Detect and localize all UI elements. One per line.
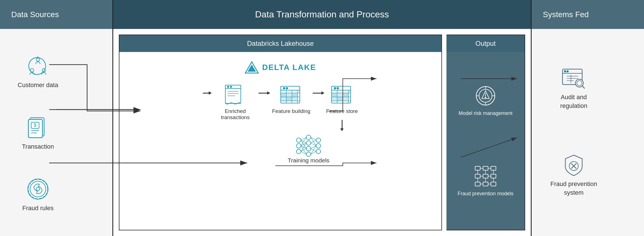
svg-rect-100 [491,182,496,186]
feature-store-label: Feature store [326,108,358,114]
sources-content: Customer data $ Transaction [0,29,112,236]
process-feature-store: Feature store [326,83,358,114]
svg-rect-52 [332,97,337,101]
svg-text:$: $ [34,123,37,128]
dollar-doc-icon: $ [25,115,51,140]
delta-lake-logo: DELTA LAKE [245,60,316,74]
lakehouse-body: DELTA LAKE [119,52,441,230]
source-transaction: $ Transaction [17,115,59,150]
fraud-rules-label: Fraud rules [22,205,53,212]
svg-rect-49 [332,94,337,97]
svg-rect-99 [483,182,488,186]
svg-rect-95 [475,174,480,178]
svg-rect-93 [483,166,488,170]
svg-point-42 [337,87,339,89]
output-body: Model risk management [446,52,525,230]
systems-fed-title: Systems Fed [543,10,589,19]
svg-rect-36 [281,97,286,101]
svg-point-13 [36,187,40,191]
svg-point-11 [30,181,46,197]
systems-fed-header: Systems Fed [532,0,644,29]
svg-rect-37 [292,97,297,101]
enriched-transactions-label: Enriched transactions [214,108,256,121]
warning-target-icon [473,85,498,107]
grid-store-icon [328,83,356,105]
svg-point-12 [28,179,48,199]
output-fraud-models: Fraud prevention models [457,165,513,197]
svg-rect-98 [475,182,480,186]
output-header: Output [446,35,525,52]
data-sources-header: Data Sources [0,0,112,29]
svg-point-59 [306,141,311,145]
svg-point-116 [567,71,568,72]
system-fraud-prevention: Fraud prevention system [548,155,599,197]
process-enriched-transactions: Enriched transactions [214,83,256,121]
feature-building-label: Feature building [272,108,310,114]
systems-content: Audit and regulation Fraud prevention sy… [532,29,644,236]
system-audit: Audit and regulation [548,68,599,110]
output-section: Output [446,35,525,230]
transaction-label: Transaction [22,143,54,150]
lakehouse-title: Databricks Lakehouse [247,40,314,47]
training-models-label: Training models [288,157,330,164]
users-cycle-icon [25,53,51,79]
source-fraud-rules: Fraud rules [17,176,59,212]
neural-network-icon [294,135,323,157]
svg-point-41 [334,87,336,89]
svg-point-56 [296,144,301,148]
svg-point-10 [28,179,48,199]
svg-point-64 [316,149,321,154]
transform-title: Data Transformation and Process [255,9,389,20]
svg-rect-38 [287,94,292,97]
svg-point-61 [306,152,311,156]
receipt-icon [221,83,249,105]
svg-point-58 [306,135,311,140]
network-nodes-icon [473,165,498,187]
process-feature-building: Feature building [272,83,310,114]
svg-rect-96 [483,174,488,178]
fraud-prevention-models-label: Fraud prevention models [457,190,513,197]
systems-fed-panel: Systems Fed [532,0,644,236]
model-risk-label: Model risk management [459,110,513,117]
svg-rect-92 [475,166,480,170]
svg-rect-54 [343,97,348,101]
svg-rect-97 [491,174,496,178]
fraud-prevention-system-label: Fraud prevention system [548,180,599,197]
data-transform-panel: Data Transformation and Process Databric… [112,0,532,236]
training-models-section: Training models [288,135,330,164]
output-title: Output [475,40,496,47]
svg-rect-51 [343,94,348,97]
lakehouse-section: Databricks Lakehouse DELTA LAKE [119,35,442,230]
transform-header: Data Transformation and Process [113,0,531,29]
output-model-risk: Model risk management [459,85,513,117]
svg-point-91 [485,97,486,98]
gear-wrench-icon [25,176,51,202]
svg-point-25 [283,87,285,89]
svg-point-62 [316,138,321,142]
svg-point-55 [296,138,301,142]
browser-magnify-icon [561,68,586,90]
transform-body: Databricks Lakehouse DELTA LAKE [113,29,531,236]
svg-rect-50 [338,94,343,97]
svg-rect-34 [287,97,292,101]
svg-point-57 [296,149,301,154]
svg-rect-33 [281,94,286,97]
data-sources-title: Data Sources [11,10,59,19]
svg-point-18 [228,86,229,88]
svg-point-1 [30,69,34,72]
svg-line-123 [582,86,584,88]
shield-x-icon [561,155,586,177]
svg-point-115 [564,71,566,72]
svg-point-26 [286,87,288,89]
svg-point-63 [316,144,321,148]
svg-rect-35 [292,94,297,97]
svg-point-60 [306,146,311,151]
svg-marker-15 [248,65,256,72]
lakehouse-header: Databricks Lakehouse [119,35,441,52]
source-customer-data: Customer data [17,53,59,89]
main-container: Data Sources [0,0,644,236]
delta-lake-label: DELTA LAKE [262,63,316,72]
audit-regulation-label: Audit and regulation [548,93,599,110]
data-sources-panel: Data Sources [0,0,112,236]
calendar-grid-icon [277,83,305,105]
